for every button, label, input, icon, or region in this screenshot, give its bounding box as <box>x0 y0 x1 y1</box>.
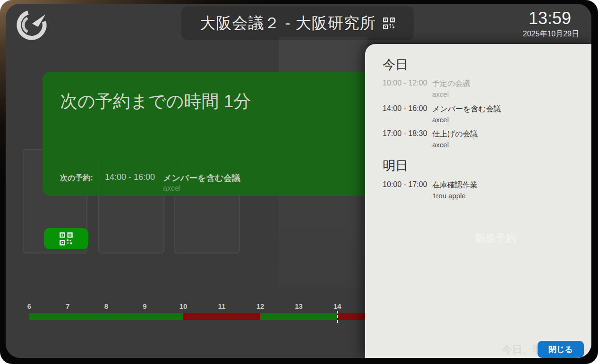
event-row: 10:00 - 17:00 在庫確認作業 1rou apple <box>383 180 572 200</box>
qr-code-icon <box>59 232 73 246</box>
next-booking-organizer: axcel <box>163 184 180 193</box>
device-bezel: 大阪会議２ - 大阪研究所 13:59 2025年10月29日 次の予約までの時 <box>0 0 598 364</box>
event-time: 10:00 - 12:00 <box>383 79 432 98</box>
title-bar: 大阪会議２ - 大阪研究所 <box>181 6 414 40</box>
event-organizer: axcel <box>432 116 501 124</box>
timeline-hour-label: 6 <box>27 302 31 310</box>
countdown-message: 次の予約までの時間 1分 <box>60 90 251 113</box>
next-booking-time: 14:00 - 16:00 <box>105 172 155 182</box>
timeline-hour-label: 7 <box>66 302 69 310</box>
timeline-segment-free <box>29 313 183 320</box>
clock-time: 13:59 <box>523 9 571 27</box>
event-organizer: 1rou apple <box>432 192 478 200</box>
timeline-segment-busy <box>183 313 260 320</box>
qr-code-button[interactable] <box>44 228 88 249</box>
event-title: 予定の会議 <box>432 79 470 89</box>
timeline-now-marker <box>337 311 338 323</box>
ghost-footer-label: 今日、明 <box>502 343 543 357</box>
event-organizer: axcel <box>432 90 470 98</box>
ghost-new-booking-label: 新規予約 <box>475 231 516 245</box>
next-booking-title: メンバーを含む会議 <box>163 172 240 184</box>
event-time: 14:00 - 16:00 <box>383 104 432 124</box>
event-time: 17:00 - 18:30 <box>383 129 432 149</box>
timeline-hour-label: 14 <box>333 302 342 310</box>
clock: 13:59 2025年10月29日 <box>523 9 579 39</box>
room-name-title: 大阪会議２ - 大阪研究所 <box>200 13 376 34</box>
timeline-hour-label: 9 <box>143 302 146 310</box>
timeline-hour-label: 8 <box>104 302 108 310</box>
event-row: 10:00 - 12:00 予定の会議 axcel <box>383 79 572 98</box>
event-title: 仕上げの会議 <box>432 129 478 139</box>
qr-code-icon[interactable] <box>383 17 395 30</box>
event-row: 14:00 - 16:00 メンバーを含む会議 axcel <box>383 104 572 124</box>
timeline-hour-label: 11 <box>218 302 226 310</box>
today-header: 今日 <box>383 56 408 73</box>
app-logo-icon <box>14 8 49 42</box>
close-button[interactable]: 閉じる <box>538 341 584 358</box>
timeline-hour-label: 12 <box>256 302 265 310</box>
kiosk-screen: 大阪会議２ - 大阪研究所 13:59 2025年10月29日 次の予約までの時 <box>6 4 591 358</box>
next-booking-banner: 次の予約までの時間 1分 次の予約: 14:00 - 16:00 メンバーを含む… <box>43 72 370 196</box>
tomorrow-header: 明日 <box>383 157 408 174</box>
clock-date: 2025年10月29日 <box>523 29 579 39</box>
event-organizer: axcel <box>432 141 478 149</box>
event-title: メンバーを含む会議 <box>432 104 501 114</box>
event-row: 17:00 - 18:30 仕上げの会議 axcel <box>383 129 572 149</box>
timeline-segment-free <box>260 313 337 320</box>
event-title: 在庫確認作業 <box>432 180 478 190</box>
next-booking-label: 次の予約: <box>60 173 93 183</box>
timeline-hour-label: 10 <box>179 302 188 310</box>
schedule-panel: 今日 10:00 - 12:00 予定の会議 axcel 14:00 - 16:… <box>365 44 591 358</box>
event-time: 10:00 - 17:00 <box>383 180 432 200</box>
timeline-hour-label: 13 <box>295 302 303 310</box>
